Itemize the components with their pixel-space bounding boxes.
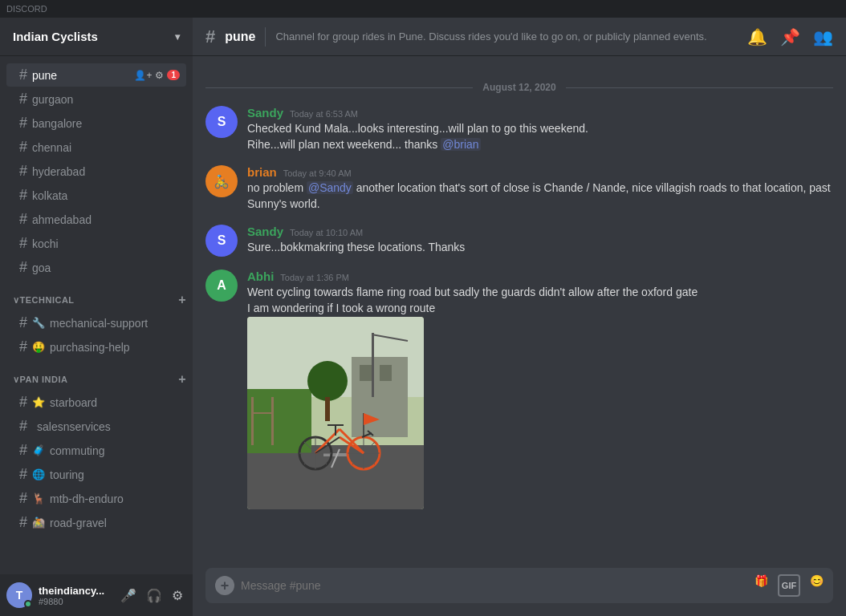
main-content: # pune Channel for group rides in Pune. … (193, 18, 846, 616)
channel-header: # pune Channel for group rides in Pune. … (193, 18, 846, 56)
pin-icon[interactable]: 📌 (780, 27, 800, 47)
message-avatar: S (205, 225, 238, 257)
hash-icon: # (19, 442, 27, 459)
channel-item-kochi[interactable]: # kochi (6, 232, 186, 255)
gear-icon[interactable]: ⚙ (155, 70, 164, 81)
message-timestamp: Today at 9:40 AM (283, 168, 352, 178)
input-actions: 🎁 GIF 😊 (754, 574, 824, 597)
channel-name: mtb-dh-enduro (50, 492, 124, 505)
channel-name: mechanical-support (50, 317, 148, 330)
attach-button[interactable]: + (215, 576, 234, 595)
channel-name: goa (32, 261, 51, 274)
bell-icon[interactable]: 🔔 (747, 27, 767, 47)
message-line: I am wondering if I took a wrong route (247, 301, 833, 317)
pan-india-section-header[interactable]: ∨ PAN INDIA + (0, 359, 193, 390)
gif-button[interactable]: GIF (778, 574, 800, 597)
channel-item-bangalore[interactable]: # bangalore (6, 111, 186, 135)
channel-item-road-gravel[interactable]: # 🚵 road-gravel (6, 511, 186, 534)
hash-icon: # (19, 514, 27, 531)
headphones-icon[interactable]: 🎧 (143, 586, 165, 605)
server-header[interactable]: Indian Cyclists ▾ (0, 18, 193, 56)
message-author[interactable]: Sandy (247, 106, 283, 120)
mention: @brian (441, 138, 480, 151)
message-group-brian1: 🚴 brian Today at 9:40 AM no problem @San… (205, 165, 833, 212)
channel-header-name: pune (225, 30, 255, 44)
messages-area: August 12, 2020 S Sandy Today at 6:53 AM… (193, 56, 846, 568)
message-content: Sandy Today at 10:10 AM Sure...bokkmakri… (247, 225, 833, 257)
message-author[interactable]: brian (247, 165, 277, 179)
header-divider (265, 27, 266, 47)
channel-emoji: 🔧 (32, 317, 45, 329)
channel-item-mechanical-support[interactable]: # 🔧 mechanical-support (6, 311, 186, 334)
hash-icon: # (19, 314, 27, 331)
message-timestamp: Today at 1:36 PM (280, 273, 349, 282)
date-divider: August 12, 2020 (205, 82, 833, 93)
channel-emoji: ⭐ (32, 396, 45, 408)
hash-icon: # (19, 418, 27, 435)
hash-icon: # (19, 235, 27, 252)
sidebar: Indian Cyclists ▾ # pune 👤+⚙ 1# gurgaon … (0, 18, 193, 616)
channel-name: touring (50, 468, 84, 481)
technical-section-header[interactable]: ∨ TECHNICAL + (0, 280, 193, 310)
channel-item-chennai[interactable]: # chennai (6, 136, 186, 159)
channel-name: kochi (32, 237, 59, 250)
hash-icon: # (19, 259, 27, 276)
message-line: no problem @Sandy another location that'… (247, 180, 833, 212)
mention: @Sandy (307, 181, 353, 194)
hash-icon: # (19, 67, 27, 83)
channel-name: purchasing-help (50, 341, 130, 354)
channel-item-hyderabad[interactable]: # hyderabad (6, 160, 186, 183)
gift-icon[interactable]: 🎁 (754, 574, 768, 597)
channel-description: Channel for group rides in Pune. Discuss… (275, 30, 738, 43)
channel-emoji: 🧳 (32, 444, 45, 456)
add-pan-india-channel[interactable]: + (178, 372, 186, 387)
hash-icon: # (19, 466, 27, 483)
pan-india-label: PAN INDIA (20, 375, 68, 384)
message-group-abhi1: A Abhi Today at 1:36 PM Went cycling tow… (205, 270, 833, 509)
channel-item-starboard[interactable]: # ⭐ starboard (6, 391, 186, 414)
message-content: Sandy Today at 6:53 AM Checked Kund Mala… (247, 106, 833, 152)
channel-name: road-gravel (50, 517, 107, 529)
technical-channels: # 🔧 mechanical-support# 🤑 purchasing-hel… (0, 311, 193, 359)
channel-name: ahmedabad (32, 213, 92, 226)
pan-india-channels: # ⭐ starboard# salesnservices# 🧳 commuti… (0, 391, 193, 534)
emoji-icon[interactable]: 😊 (810, 574, 824, 597)
user-info: theindiancy... #9880 (39, 585, 111, 606)
members-icon[interactable]: 👥 (813, 27, 833, 47)
channel-item-gurgaon[interactable]: # gurgaon (6, 87, 186, 111)
svg-rect-3 (323, 453, 348, 456)
message-avatar: A (205, 270, 238, 302)
channel-item-pune[interactable]: # pune 👤+⚙ 1 (6, 63, 186, 87)
add-technical-channel[interactable]: + (178, 293, 186, 307)
top-bar: DISCORD (0, 0, 846, 18)
channel-item-kolkata[interactable]: # kolkata (6, 184, 186, 207)
message-input-area: + 🎁 GIF 😊 (193, 568, 846, 616)
channel-item-commuting[interactable]: # 🧳 commuting (6, 439, 186, 462)
channel-item-mtb-dh-enduro[interactable]: # 🦌 mtb-dh-enduro (6, 487, 186, 510)
channel-item-salesnservices[interactable]: # salesnservices (6, 415, 186, 438)
svg-rect-6 (271, 397, 274, 445)
add-user-icon[interactable]: 👤+ (134, 70, 152, 81)
svg-rect-14 (325, 397, 330, 421)
channel-emoji: 🤑 (32, 341, 45, 353)
channel-item-goa[interactable]: # goa (6, 256, 186, 279)
channel-name: chennai (32, 141, 71, 154)
channel-emoji: 🌐 (32, 468, 45, 480)
hash-icon: # (19, 115, 27, 132)
channel-emoji: 🚵 (32, 517, 45, 529)
channel-item-purchasing-help[interactable]: # 🤑 purchasing-help (6, 335, 186, 359)
message-author[interactable]: Sandy (247, 225, 283, 238)
message-header: Sandy Today at 6:53 AM (247, 106, 833, 120)
svg-point-13 (307, 361, 348, 401)
mic-icon[interactable]: 🎤 (117, 586, 140, 605)
server-name: Indian Cyclists (13, 30, 98, 43)
channel-item-ahmedabad[interactable]: # ahmedabad (6, 208, 186, 231)
channel-name: salesnservices (37, 420, 111, 433)
message-avatar: 🚴 (205, 165, 238, 197)
settings-icon[interactable]: ⚙ (169, 586, 186, 605)
channel-item-touring[interactable]: # 🌐 touring (6, 463, 186, 486)
section-chevron: ∨ (13, 295, 20, 306)
status-dot (24, 600, 32, 608)
message-input[interactable] (241, 579, 748, 592)
message-author[interactable]: Abhi (247, 270, 274, 283)
